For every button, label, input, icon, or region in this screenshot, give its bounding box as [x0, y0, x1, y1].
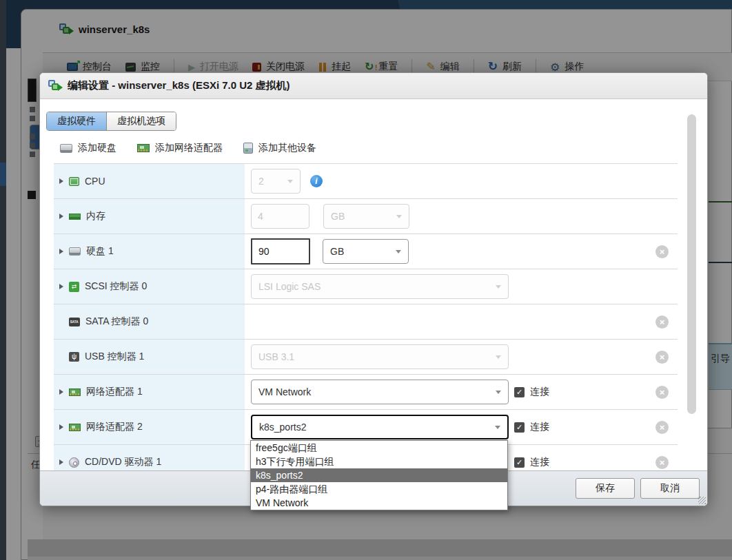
row-hard-disk-1: 硬盘 1 90 GB ×	[54, 234, 678, 269]
row-label: 硬盘 1	[86, 245, 114, 258]
chevron-down-icon	[496, 391, 501, 394]
cancel-button[interactable]: 取消	[640, 478, 700, 499]
connect-checkbox[interactable]: ✓	[514, 387, 525, 397]
memory-unit-value: GB	[331, 211, 345, 222]
nic2-portgroup-value: k8s_ports2	[259, 422, 306, 433]
row-scsi-controller-0: ⇄ SCSI 控制器 0 LSI Logic SAS	[54, 269, 678, 304]
chevron-down-icon	[496, 355, 501, 359]
vm-icon	[48, 80, 61, 92]
chevron-down-icon	[287, 180, 293, 183]
remove-device-icon[interactable]: ×	[655, 456, 669, 469]
expand-arrow-icon[interactable]	[59, 214, 63, 219]
row-label: CPU	[85, 176, 105, 187]
connect-checkbox[interactable]: ✓	[514, 457, 525, 468]
add-other-device-button[interactable]: 添加其他设备	[243, 142, 316, 154]
nic2-portgroup-select[interactable]: k8s_ports2	[251, 415, 509, 439]
add-hard-disk-label: 添加硬盘	[78, 142, 116, 154]
scsi-type-value: LSI Logic SAS	[258, 281, 321, 292]
remove-device-icon[interactable]: ×	[655, 245, 669, 258]
nic1-portgroup-select[interactable]: VM Network	[251, 380, 509, 404]
row-scsi-value-cell: LSI Logic SAS	[245, 269, 678, 304]
connect-label: 连接	[530, 456, 549, 468]
tab-vm-options[interactable]: 虚拟机选项	[107, 112, 176, 130]
network-adapter-icon	[69, 424, 81, 431]
row-cpu-value-cell: 2 i	[245, 164, 678, 198]
row-label: 网络适配器 1	[86, 386, 143, 398]
tab-virtual-hardware[interactable]: 虚拟硬件	[47, 112, 107, 130]
dialog-scrollbar-thumb[interactable]	[687, 114, 696, 414]
expand-arrow-icon[interactable]	[59, 459, 63, 465]
add-network-adapter-label: 添加网络适配器	[155, 142, 223, 154]
row-cd-label-cell: CD/DVD 驱动器 1	[54, 445, 245, 472]
dropdown-option[interactable]: VM Network	[251, 496, 507, 510]
save-button[interactable]: 保存	[576, 478, 635, 499]
remove-device-icon[interactable]: ×	[655, 386, 669, 399]
connect-checkbox[interactable]: ✓	[514, 422, 525, 433]
cpu-count-select[interactable]: 2	[251, 169, 301, 194]
settings-tabs: 虚拟硬件 虚拟机选项	[46, 112, 176, 131]
dropdown-option[interactable]: p4-路由器端口组	[251, 482, 507, 496]
dropdown-option-selected[interactable]: k8s_ports2	[251, 468, 507, 482]
expand-arrow-icon[interactable]	[59, 284, 63, 289]
row-scsi-label-cell: ⇄ SCSI 控制器 0	[54, 269, 245, 304]
dialog-header: 编辑设置 - winserver_k8s (ESXi 7.0 U2 虚拟机)	[40, 73, 707, 99]
nic1-portgroup-value: VM Network	[258, 386, 311, 397]
row-hard-disk-1-value-cell: 90 GB ×	[245, 234, 678, 269]
memory-size-input[interactable]: 4	[251, 204, 309, 229]
add-device-row: 添加硬盘 添加网络适配器 添加其他设备	[60, 142, 316, 154]
row-memory-value-cell: 4 GB	[245, 199, 678, 234]
add-other-device-label: 添加其他设备	[258, 142, 316, 154]
expand-arrow-icon[interactable]	[59, 424, 63, 430]
usb-version-select[interactable]: USB 3.1	[251, 344, 509, 369]
row-label: 内存	[86, 210, 105, 222]
row-nic1-label-cell: 网络适配器 1	[54, 375, 245, 409]
cpu-count-value: 2	[258, 176, 264, 187]
row-label: SATA 控制器 0	[85, 315, 148, 328]
row-sata-controller-0: SATA SATA 控制器 0 ×	[54, 304, 678, 340]
memory-icon	[69, 214, 81, 220]
row-label: SCSI 控制器 0	[85, 280, 147, 293]
row-nic1-value-cell: VM Network ✓ 连接 ×	[245, 375, 678, 409]
remove-device-icon[interactable]: ×	[655, 351, 669, 364]
dialog-title: 编辑设置 - winserver_k8s (ESXi 7.0 U2 虚拟机)	[68, 79, 290, 92]
add-network-adapter-button[interactable]: 添加网络适配器	[137, 142, 223, 154]
network-adapter-icon	[69, 388, 81, 396]
usb-controller-icon: ψ	[69, 352, 79, 362]
connect-label: 连接	[530, 386, 549, 398]
memory-unit-select[interactable]: GB	[323, 204, 409, 229]
expand-arrow-icon[interactable]	[59, 389, 63, 395]
chevron-down-icon	[496, 285, 501, 289]
scsi-type-select[interactable]: LSI Logic SAS	[251, 274, 509, 299]
expand-arrow-icon[interactable]	[59, 249, 63, 254]
row-cpu-label-cell: CPU	[54, 164, 245, 198]
disk-unit-select[interactable]: GB	[323, 239, 409, 264]
hard-disk-icon	[69, 247, 81, 256]
remove-device-icon[interactable]: ×	[655, 421, 669, 434]
row-sata-value-cell: ×	[245, 304, 678, 339]
info-icon[interactable]: i	[310, 175, 323, 187]
dropdown-option[interactable]: free5gc端口组	[251, 441, 507, 455]
row-label: 网络适配器 2	[86, 421, 143, 433]
disk-size-input[interactable]: 90	[251, 238, 310, 265]
resize-handle[interactable]	[698, 497, 706, 504]
dropdown-option[interactable]: h3下行专用端口组	[251, 455, 507, 468]
row-network-adapter-1: 网络适配器 1 VM Network ✓ 连接 ×	[54, 375, 678, 410]
row-hard-disk-1-label-cell: 硬盘 1	[54, 234, 245, 269]
cd-connect-group: ✓ 连接	[514, 456, 549, 468]
row-usb-label-cell: ψ USB 控制器 1	[54, 340, 245, 374]
chevron-down-icon	[495, 426, 500, 429]
row-cpu: CPU 2 i	[54, 164, 678, 199]
hardware-table: CPU 2 i 内存 4 GB	[54, 163, 678, 472]
row-memory-label-cell: 内存	[54, 199, 245, 234]
cd-dvd-icon	[69, 457, 79, 468]
remove-device-icon[interactable]: ×	[655, 315, 669, 329]
chevron-down-icon	[396, 250, 401, 253]
connect-label: 连接	[530, 421, 549, 433]
add-hard-disk-button[interactable]: 添加硬盘	[60, 142, 116, 154]
scsi-controller-icon: ⇄	[69, 282, 79, 292]
portgroup-dropdown: free5gc端口组 h3下行专用端口组 k8s_ports2 p4-路由器端口…	[250, 440, 508, 510]
row-usb-controller-1: ψ USB 控制器 1 USB 3.1 ×	[54, 340, 678, 375]
nic1-connect-group: ✓ 连接	[514, 386, 549, 398]
expand-arrow-icon[interactable]	[59, 178, 63, 184]
row-label: CD/DVD 驱动器 1	[85, 456, 161, 468]
